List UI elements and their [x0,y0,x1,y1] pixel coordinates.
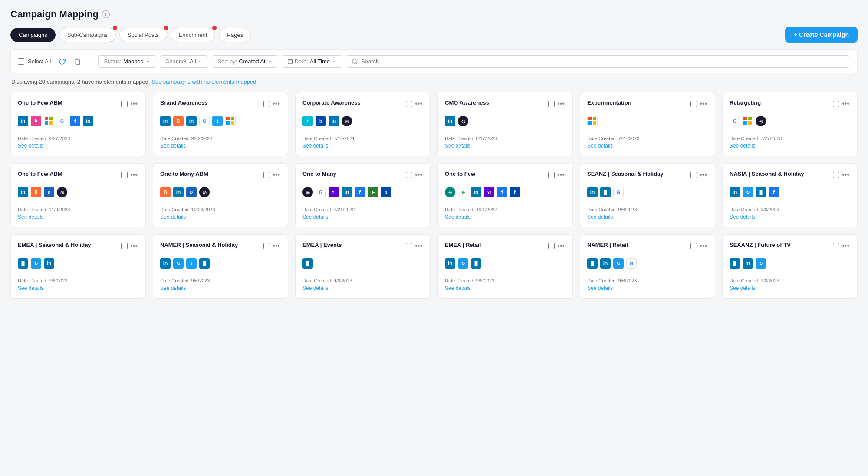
card-date-9: Date Created: 4/21/2022 [302,207,423,212]
card-checkbox-6[interactable] [833,101,839,107]
see-details-7[interactable]: See details [18,214,43,220]
more-button-11[interactable]: ••• [699,171,708,179]
card-header-8: One to Many ABM ••• [160,171,281,179]
card-checkbox-9[interactable] [406,172,412,178]
card-checkbox-14[interactable] [263,243,270,249]
bar-chart-icon: ▐▌ [587,258,598,269]
channel-filter[interactable]: Channel: All [160,55,209,68]
more-button-16[interactable]: ••• [556,242,566,250]
tab-pages[interactable]: Pages [219,28,251,42]
card-icons-8: B in D ◎ [160,184,281,200]
more-button-1[interactable]: ••• [129,99,138,108]
tab-campaigns[interactable]: Campaigns [10,28,56,42]
tab-enrichment[interactable]: Enrichment [171,28,216,42]
card-checkbox-8[interactable] [263,172,270,178]
see-details-13[interactable]: See details [18,285,43,291]
more-button-9[interactable]: ••• [414,171,423,179]
more-button-12[interactable]: ••• [841,171,850,179]
card-footer-11: Date Created: 9/6/2023 See details [587,207,708,220]
more-button-10[interactable]: ••• [556,171,566,179]
see-details-16[interactable]: See details [445,285,470,291]
see-details-15[interactable]: See details [302,285,328,291]
more-button-8[interactable]: ••• [272,171,281,179]
more-button-13[interactable]: ••• [129,242,138,250]
select-all-checkbox[interactable] [18,58,24,65]
card-checkbox-13[interactable] [121,243,128,249]
no-elements-link[interactable]: See campaigns with no elements mapped [151,79,256,85]
more-button-3[interactable]: ••• [414,99,423,108]
see-details-9[interactable]: See details [302,214,328,220]
card-checkbox-17[interactable] [690,243,697,249]
search-box [346,55,850,68]
card-checkbox-16[interactable] [548,243,555,249]
card-date-6: Date Created: 7/27/2023 [730,136,850,141]
card-checkbox-18[interactable] [833,243,839,249]
more-button-6[interactable]: ••• [841,99,850,108]
yahoo-icon: Y! [329,187,339,197]
status-label: Status: [104,58,121,65]
see-details-8[interactable]: See details [160,214,186,220]
card-checkbox-3[interactable] [406,101,412,107]
sub-campaigns-badge [113,26,117,30]
card-date-15: Date Created: 9/6/2023 [302,278,423,283]
more-button-5[interactable]: ••• [699,99,708,108]
see-details-18[interactable]: See details [730,285,755,291]
campaign-card-3: Corporate Awareness ••• ✦ b in ◎ Date Cr… [295,92,431,156]
bombora-icon: b [510,187,520,197]
create-campaign-button[interactable]: + Create Campaign [785,27,858,43]
see-details-14[interactable]: See details [160,285,186,291]
see-details-5[interactable]: See details [587,143,613,149]
bombora-icon: B [173,116,184,126]
more-button-14[interactable]: ••• [272,242,281,250]
info-icon[interactable]: ℹ [102,10,110,18]
bar-chart-icon: ▐▌ [756,187,766,197]
google-icon: G [613,187,624,197]
see-details-4[interactable]: See details [445,143,470,149]
card-date-5: Date Created: 7/27/2023 [587,136,708,141]
card-checkbox-5[interactable] [690,101,697,107]
card-footer-12: Date Created: 9/6/2023 See details [730,207,850,220]
see-details-1[interactable]: See details [18,143,43,149]
card-icons-12: in ↻ ▐▌ f [730,184,850,200]
bombora-icon: B [160,187,171,197]
see-details-2[interactable]: See details [160,143,186,149]
more-button-7[interactable]: ••• [129,171,138,179]
bombora-icon: B [31,187,41,197]
search-input[interactable] [361,58,845,65]
card-checkbox-11[interactable] [690,172,697,178]
more-button-4[interactable]: ••• [556,99,566,108]
card-checkbox-4[interactable] [548,101,555,107]
card-title-8: One to Many ABM [160,171,263,178]
status-filter[interactable]: Status: Mapped [98,55,156,68]
card-checkbox-10[interactable] [548,172,555,178]
more-button-17[interactable]: ••• [699,242,708,250]
card-checkbox-7[interactable] [121,172,128,178]
more-button-18[interactable]: ••• [841,242,850,250]
microsoft-icon [587,116,598,126]
card-checkbox-12[interactable] [833,172,839,178]
see-details-12[interactable]: See details [730,214,755,220]
delete-icon-btn[interactable] [72,56,84,68]
refresh-icon: ↻ [458,258,468,269]
card-actions-5: ••• [690,99,708,108]
card-checkbox-15[interactable] [406,243,412,249]
see-details-17[interactable]: See details [587,285,613,291]
card-header-1: One to Few ABM ••• [18,99,138,108]
more-button-15[interactable]: ••• [414,242,423,250]
svg-point-4 [352,59,356,63]
sort-filter[interactable]: Sort by: Created At [212,55,278,68]
card-date-11: Date Created: 9/6/2023 [587,207,708,212]
tab-sub-campaigns[interactable]: Sub-Campaigns [59,28,116,42]
refresh-icon-btn[interactable] [56,56,68,68]
see-details-11[interactable]: See details [587,214,613,220]
more-button-2[interactable]: ••• [272,99,281,108]
see-details-6[interactable]: See details [730,143,755,149]
see-details-10[interactable]: See details [445,214,470,220]
date-filter[interactable]: Date: All Time [282,55,342,68]
tab-social-posts[interactable]: Social Posts [119,28,167,42]
card-header-11: SEANZ | Seasonal & Holiday ••• [587,171,708,179]
card-checkbox-2[interactable] [263,101,270,107]
search-icon [352,59,358,65]
card-checkbox-1[interactable] [121,101,128,107]
see-details-3[interactable]: See details [302,143,328,149]
